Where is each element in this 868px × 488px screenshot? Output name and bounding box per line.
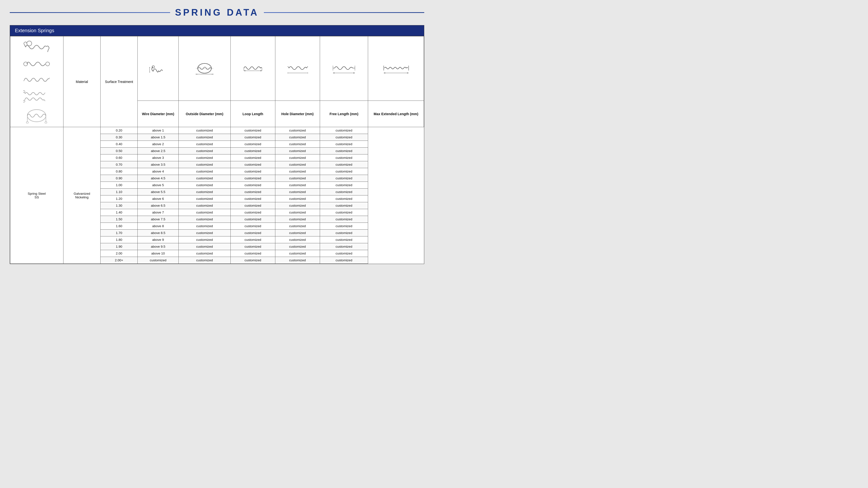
cell-free: customized: [275, 202, 320, 209]
cell-hole: customized: [231, 230, 275, 236]
svg-point-0: [27, 41, 32, 46]
wire-diameter-icon: [148, 62, 168, 75]
card-header: Extension Springs: [10, 25, 424, 36]
cell-hole: customized: [231, 134, 275, 141]
cell-hole: customized: [231, 189, 275, 195]
table-container: Material Surface Treatment: [10, 36, 424, 264]
max-extended-icon: [382, 62, 409, 75]
cell-loop: customized: [179, 161, 230, 168]
section-title: Extension Springs: [15, 28, 54, 33]
table-row: Spring Steel SSGalvanized Nickeling0.20a…: [10, 127, 424, 134]
cell-wire: 1.70: [100, 230, 138, 236]
cell-free: customized: [275, 134, 320, 141]
cell-loop: customized: [179, 148, 230, 155]
cell-wire: 1.10: [100, 189, 138, 195]
cell-hole: customized: [231, 216, 275, 223]
cell-outside: above 3.5: [138, 161, 179, 168]
cell-outside: above 6: [138, 195, 179, 202]
cell-free: customized: [275, 148, 320, 155]
cell-max: customized: [320, 209, 368, 216]
cell-wire: 1.40: [100, 209, 138, 216]
cell-wire: 0.60: [100, 155, 138, 161]
svg-line-1: [24, 45, 26, 47]
surface-header: Surface Treatment: [100, 36, 138, 127]
cell-outside: above 7: [138, 209, 179, 216]
svg-point-9: [23, 100, 25, 102]
spring-image-3: [23, 74, 50, 86]
svg-line-4: [24, 80, 24, 81]
cell-max: customized: [320, 202, 368, 209]
cell-free: customized: [275, 127, 320, 134]
surface-header-label: Surface Treatment: [105, 80, 133, 84]
spring-image-1: [23, 40, 50, 55]
cell-loop: customized: [179, 182, 230, 189]
cell-loop: customized: [179, 250, 230, 257]
cell-free: customized: [275, 236, 320, 243]
cell-wire: 2.00+: [100, 257, 138, 264]
cell-free: customized: [275, 161, 320, 168]
loop-length-label: Loop Length: [231, 101, 275, 127]
cell-loop: customized: [179, 216, 230, 223]
cell-max: customized: [320, 195, 368, 202]
cell-loop: customized: [179, 195, 230, 202]
wire-diameter-header: [138, 36, 179, 101]
cell-wire: 0.80: [100, 168, 138, 175]
cell-free: customized: [275, 209, 320, 216]
cell-wire: 0.20: [100, 127, 138, 134]
svg-marker-31: [244, 70, 245, 71]
svg-point-12: [27, 109, 46, 122]
cell-free: customized: [275, 175, 320, 182]
cell-outside: above 4.5: [138, 175, 179, 182]
cell-loop: customized: [179, 243, 230, 250]
cell-loop: customized: [179, 127, 230, 134]
cell-max: customized: [320, 236, 368, 243]
cell-outside: above 5: [138, 182, 179, 189]
cell-wire: 1.50: [100, 216, 138, 223]
cell-free: customized: [275, 155, 320, 161]
spring-image-4: [23, 89, 50, 105]
cell-max: customized: [320, 127, 368, 134]
cell-loop: customized: [179, 134, 230, 141]
cell-wire: 0.90: [100, 175, 138, 182]
cell-free: customized: [275, 141, 320, 148]
svg-point-14: [26, 122, 28, 124]
cell-wire: 1.20: [100, 195, 138, 202]
svg-point-3: [45, 62, 50, 66]
cell-loop: customized: [179, 223, 230, 230]
cell-wire: 1.80: [100, 236, 138, 243]
cell-outside: above 5.5: [138, 189, 179, 195]
cell-max: customized: [320, 134, 368, 141]
cell-hole: customized: [231, 161, 275, 168]
title-line-left: [10, 12, 170, 13]
main-card: Extension Springs: [10, 25, 424, 264]
max-extended-header: [368, 36, 424, 101]
cell-free: customized: [275, 216, 320, 223]
spring-images-area: [12, 37, 62, 126]
cell-outside: above 6.5: [138, 202, 179, 209]
cell-wire: 1.00: [100, 182, 138, 189]
cell-free: customized: [275, 243, 320, 250]
wire-diameter-label: Wire Diameter (mm): [138, 101, 179, 127]
svg-line-34: [307, 66, 308, 68]
cell-hole: customized: [231, 257, 275, 264]
cell-max: customized: [320, 155, 368, 161]
cell-free: customized: [275, 230, 320, 236]
title-line-right: [264, 12, 424, 13]
svg-marker-49: [407, 72, 409, 73]
svg-point-16: [45, 122, 47, 124]
free-length-icon: [332, 62, 356, 75]
cell-max: customized: [320, 141, 368, 148]
cell-outside: above 2: [138, 141, 179, 148]
cell-loop: customized: [179, 202, 230, 209]
cell-loop: customized: [179, 155, 230, 161]
cell-wire: 1.60: [100, 223, 138, 230]
cell-loop: customized: [179, 175, 230, 182]
cell-loop: customized: [179, 141, 230, 148]
cell-free: customized: [275, 195, 320, 202]
cell-free: customized: [275, 223, 320, 230]
cell-outside: above 9.5: [138, 243, 179, 250]
cell-hole: customized: [231, 250, 275, 257]
cell-wire: 0.30: [100, 134, 138, 141]
cell-loop: customized: [179, 236, 230, 243]
cell-hole: customized: [231, 236, 275, 243]
